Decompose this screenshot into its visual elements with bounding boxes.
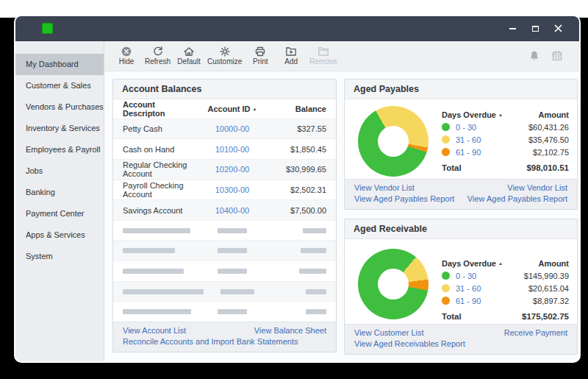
sort-asc-icon: ▲	[498, 261, 503, 266]
skeleton-bar	[218, 228, 247, 233]
receive-payment-link[interactable]: Receive Payment	[504, 327, 567, 339]
refresh-button[interactable]: Refresh	[145, 46, 171, 66]
legend-row: 0 - 30 $145,990.39	[442, 269, 569, 282]
legend-header-amount: Amount	[538, 259, 569, 268]
page-background-top	[0, 0, 588, 18]
view-aged-payables-report-link[interactable]: View Aged Payables Report	[354, 194, 454, 205]
view-vendor-list-link[interactable]: View Vendor List	[507, 183, 567, 194]
aged-payables-footer: View Vendor List View Vendor List View A…	[345, 179, 577, 209]
legend-amount: $2,102.75	[533, 148, 569, 157]
view-aged-payables-report-link[interactable]: View Aged Payables Report	[467, 194, 567, 205]
default-button[interactable]: Default	[176, 46, 201, 66]
dashboard-content: Account Balances Account Descripton Acco…	[104, 71, 579, 361]
view-customer-list-link[interactable]: View Customer List	[354, 327, 424, 339]
legend-header-amount: Amount	[538, 110, 569, 119]
legend-amount: $20,615.04	[528, 284, 569, 293]
column-account-id[interactable]: Account ID▲	[197, 105, 268, 113]
hide-button[interactable]: Hide	[114, 46, 139, 66]
hide-icon	[121, 46, 132, 57]
sidebar-item-banking[interactable]: Banking	[15, 182, 104, 203]
legend-row: 31 - 60 $20,615.04	[442, 282, 569, 294]
toolbar-right	[528, 50, 563, 62]
minimize-icon	[509, 28, 516, 29]
aged-receivable-panel: Aged Receivable Days Overdue▲ Amount	[344, 219, 578, 355]
column-balance[interactable]: Balance	[268, 105, 326, 113]
minimize-button[interactable]	[508, 24, 517, 33]
account-balance: $2,502.31	[268, 185, 326, 194]
legend-row: 0 - 30 $60,431.26	[442, 121, 569, 133]
skeleton-bar	[306, 289, 326, 294]
toolbar: Hide Refresh Default Customize Print	[104, 41, 579, 71]
sort-asc-icon: ▲	[253, 107, 257, 111]
skeleton-row	[113, 281, 336, 302]
panel-title: Aged Payables	[345, 79, 577, 99]
aged-receivable-legend: Days Overdue▲ Amount 0 - 30 $145,990.39	[442, 257, 569, 324]
sidebar-item-customer-sales[interactable]: Customer & Sales	[15, 75, 104, 96]
view-vendor-list-link[interactable]: View Vendor List	[354, 183, 415, 194]
legend-label-link[interactable]: 0 - 30	[456, 272, 476, 280]
calendar-icon[interactable]	[551, 50, 563, 62]
customize-button[interactable]: Customize	[207, 46, 242, 66]
reconcile-accounts-link[interactable]: Reconcile Accounts and Import Bank State…	[123, 336, 298, 347]
legend-label-link[interactable]: 31 - 60	[456, 135, 481, 144]
legend-label-link[interactable]: 61 - 90	[456, 297, 481, 305]
account-id-link[interactable]: 10200-00	[215, 165, 250, 174]
legend-header-days-overdue[interactable]: Days Overdue▲	[442, 110, 503, 119]
view-balance-sheet-link[interactable]: View Balance Sheet	[254, 325, 326, 336]
skeleton-bar	[218, 309, 247, 314]
aged-payables-legend: Days Overdue▲ Amount 0 - 30 $60,431.26	[442, 108, 569, 175]
legend-total-row: Total $98,010.51	[442, 160, 569, 175]
table-row: Savings Account 10400-00 $7,500.00	[113, 199, 336, 220]
refresh-icon	[152, 46, 164, 57]
skeleton-bar	[301, 248, 326, 253]
account-balance: $7,500.00	[268, 206, 326, 215]
legend-label-link[interactable]: 0 - 30	[456, 123, 476, 132]
sidebar-item-my-dashboard[interactable]: My Dashboard	[15, 54, 104, 75]
legend-dot-0-30	[442, 272, 450, 280]
remove-button: Remove	[309, 46, 337, 66]
account-balance: $30,999.65	[268, 165, 326, 174]
sidebar-item-system[interactable]: System	[15, 246, 104, 267]
skeleton-row	[113, 240, 336, 261]
sidebar-item-vendors-purchases[interactable]: Vendors & Purchases	[15, 96, 104, 118]
folder-icon	[318, 46, 329, 57]
legend-label-link[interactable]: 31 - 60	[456, 284, 481, 293]
table-row: Payroll Checking Account 10300-00 $2,502…	[113, 180, 336, 200]
sidebar-item-apps-services[interactable]: Apps & Services	[15, 224, 104, 246]
skeleton-bar	[306, 309, 326, 314]
sidebar-item-jobs[interactable]: Jobs	[15, 160, 104, 182]
legend-amount: $35,476.50	[528, 135, 569, 144]
maximize-button[interactable]	[531, 24, 540, 33]
skeleton-bar	[218, 269, 247, 274]
account-id-link[interactable]: 10400-00	[215, 206, 250, 215]
account-id-link[interactable]: 10300-00	[215, 185, 250, 194]
view-account-list-link[interactable]: View Account List	[123, 325, 186, 336]
sidebar-item-employees-payroll[interactable]: Employees & Payroll	[15, 139, 104, 160]
legend-label-link[interactable]: 61 - 90	[456, 148, 481, 157]
legend-header-days-overdue[interactable]: Days Overdue▲	[442, 259, 503, 268]
view-aged-receivables-report-link[interactable]: View Aged Receivables Report	[354, 339, 465, 350]
sidebar-item-payment-center[interactable]: Payment Center	[15, 203, 104, 224]
titlebar	[15, 16, 579, 41]
total-amount: $98,010.51	[526, 163, 569, 172]
sidebar-item-inventory-services[interactable]: Inventory & Services	[15, 118, 104, 139]
donut-hole	[378, 126, 409, 157]
legend-dot-0-30	[442, 123, 450, 131]
bell-icon[interactable]	[528, 50, 540, 62]
skeleton-bar	[123, 289, 204, 294]
account-description: Petty Cash	[123, 124, 197, 133]
print-button[interactable]: Print	[248, 46, 273, 66]
legend-dot-61-90	[442, 297, 450, 305]
account-id-link[interactable]: 10000-00	[215, 124, 250, 133]
legend-dot-31-60	[442, 135, 450, 144]
column-account-description[interactable]: Account Descripton	[123, 100, 197, 118]
add-button[interactable]: Add	[279, 46, 304, 66]
close-button[interactable]	[553, 24, 563, 33]
gear-icon	[219, 46, 231, 57]
legend-row: 61 - 90 $2,102.75	[442, 146, 569, 158]
account-id-link[interactable]: 10100-00	[215, 145, 250, 154]
aged-receivable-footer: View Customer List Receive Payment View …	[345, 324, 577, 354]
total-label: Total	[442, 312, 462, 321]
sort-asc-icon: ▲	[498, 113, 503, 117]
sidebar: My Dashboard Customer & Sales Vendors & …	[15, 41, 104, 361]
